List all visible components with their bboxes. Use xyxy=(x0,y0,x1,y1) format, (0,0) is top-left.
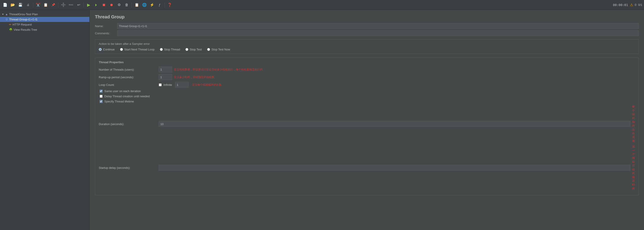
radio-group: Continue Start Next Thread Loop Stop Thr… xyxy=(99,48,635,51)
sep3 xyxy=(84,2,84,8)
radio-stop-thread-input[interactable] xyxy=(160,48,163,51)
delay-thread-label[interactable]: Delay Thread creation until needed xyxy=(104,95,150,98)
error-count: 0 xyxy=(635,3,636,7)
radio-continue-label: Continue xyxy=(103,48,115,51)
http-request-label: HTTP Request xyxy=(12,23,32,26)
same-user-label[interactable]: Same user on each iteration xyxy=(104,89,141,93)
radio-stop-test-label: Stop Test xyxy=(190,48,202,51)
clear-button[interactable]: 🗑 xyxy=(124,2,130,8)
loop-count-input[interactable] xyxy=(175,82,188,88)
remove-button[interactable]: ➖ xyxy=(68,2,74,8)
open-button[interactable]: 📂 xyxy=(10,2,16,8)
name-label: Name: xyxy=(95,25,117,28)
config-button[interactable]: ⚙ xyxy=(116,2,122,8)
ramp-up-input[interactable] xyxy=(159,74,172,80)
radio-start-next-thread-loop-input[interactable] xyxy=(120,48,123,51)
log-button[interactable]: 📋 xyxy=(134,2,140,8)
sidebar-item-thread-group[interactable]: ⚙ Thread Group-t1-r1-l1 xyxy=(0,17,89,22)
radio-stop-test-now-label: Stop Test Now xyxy=(212,48,230,51)
copy-button[interactable]: 📋 xyxy=(42,2,49,8)
num-threads-label: Number of Threads (users): xyxy=(99,68,157,71)
num-threads-input[interactable] xyxy=(159,67,172,72)
sidebar-item-test-plan[interactable]: ▼ ▲ ThreadGrou-Test Plan xyxy=(0,12,89,17)
http-request-icon: ✏ xyxy=(9,23,12,26)
cut-button[interactable]: ✂️ xyxy=(35,2,42,8)
settings-button[interactable]: ⚡ xyxy=(149,2,156,8)
new-button[interactable]: 📄 xyxy=(2,2,8,8)
save-button[interactable]: 💾 xyxy=(17,2,24,8)
main-layout: ▼ ▲ ThreadGrou-Test Plan ⚙ Thread Group-… xyxy=(0,10,644,230)
num-threads-comment: 定义线程数量，即该测试计划会启动多少线程执行，每个线程是独立执行的 xyxy=(174,68,635,72)
view-results-tree-icon: 🌳 xyxy=(9,28,12,31)
duration-label: Duration (seconds): xyxy=(99,122,157,126)
startup-delay-comment: 第一个线程启动的延迟时间 xyxy=(632,145,635,190)
loop-count-label: Loop Count: xyxy=(99,83,157,87)
action-on-error-section: Action to be taken after a Sampler error… xyxy=(95,39,639,54)
radio-stop-thread[interactable]: Stop Thread xyxy=(160,48,180,51)
duration-row: Duration (seconds): 整个线程组的生命周期 xyxy=(99,105,635,143)
view-results-tree-label: View Results Tree xyxy=(14,28,37,31)
add-button[interactable]: ➕ xyxy=(60,2,67,8)
delay-thread-row: Delay Thread creation until needed xyxy=(99,95,635,98)
paste-button[interactable]: 📌 xyxy=(50,2,57,8)
tree-root: ▼ ▲ ThreadGrou-Test Plan ⚙ Thread Group-… xyxy=(0,10,89,34)
comments-row: Comments: xyxy=(95,30,639,36)
stop-button[interactable]: ⏹ xyxy=(100,2,107,8)
sep1 xyxy=(33,2,33,8)
remote-button[interactable]: 🌐 xyxy=(141,2,148,8)
radio-stop-test-input[interactable] xyxy=(186,48,188,51)
same-user-row: Same user on each iteration xyxy=(99,89,635,93)
loop-count-infinite-label[interactable]: Infinite xyxy=(164,83,172,87)
panel-title: Thread Group xyxy=(95,14,639,20)
warning-icon: ⚠ xyxy=(630,3,633,7)
function-button[interactable]: ƒ xyxy=(156,2,163,8)
startup-delay-row: Startup delay (seconds): 第一个线程启动的延迟时间 xyxy=(99,145,635,190)
radio-start-next-thread-loop[interactable]: Start Next Thread Loop xyxy=(120,48,154,51)
sidebar: ▼ ▲ ThreadGrou-Test Plan ⚙ Thread Group-… xyxy=(0,10,90,230)
ramp-up-comment: 定义多少秒内，启动指定的线程数 xyxy=(174,75,635,79)
thread-group-label: Thread Group-t1-r1-l1 xyxy=(9,18,38,21)
specify-lifetime-checkbox[interactable] xyxy=(100,100,102,103)
radio-continue[interactable]: Continue xyxy=(99,48,115,51)
thread-count: 0/1 xyxy=(638,3,642,7)
radio-stop-test[interactable]: Stop Test xyxy=(186,48,202,51)
ramp-up-row: Ramp-up period (seconds): 定义多少秒内，启动指定的线程… xyxy=(99,74,635,80)
sidebar-item-http-request[interactable]: ✏ HTTP Request xyxy=(0,22,89,27)
comments-label: Comments: xyxy=(95,32,117,35)
delay-thread-checkbox[interactable] xyxy=(100,95,102,98)
timer-display: 00:00:01 xyxy=(613,3,628,7)
thread-props-title: Thread Properties xyxy=(99,61,635,64)
stop-now-button[interactable]: ⏺ xyxy=(108,2,115,8)
duration-input[interactable] xyxy=(159,121,630,127)
save-all-button[interactable]: 🖨 xyxy=(25,2,31,8)
loop-count-row: Loop Count: Infinite 定义每个线程循环的次数 xyxy=(99,82,635,88)
toolbar-time-area: 00:00:01 ⚠ 0 0/1 xyxy=(613,3,642,7)
name-input[interactable] xyxy=(117,23,639,29)
help-button[interactable]: ❓ xyxy=(166,2,173,8)
run-button[interactable]: ▶ xyxy=(85,2,92,8)
name-comments-form: Name: Comments: xyxy=(95,23,639,36)
radio-stop-test-now-input[interactable] xyxy=(207,48,210,51)
specify-lifetime-row: Specify Thread lifetime xyxy=(99,100,635,103)
name-row: Name: xyxy=(95,23,639,29)
content-area: Thread Group Name: Comments: Action to b… xyxy=(90,10,644,230)
test-plan-icon: ▲ xyxy=(5,13,8,16)
loop-count-infinite-checkbox[interactable] xyxy=(159,83,162,86)
startup-delay-label: Startup delay (seconds): xyxy=(99,166,157,169)
loop-count-comment: 定义每个线程循环的次数 xyxy=(192,83,635,87)
run-no-pause-button[interactable]: ⏵ xyxy=(93,2,100,8)
action-section-title: Action to be taken after a Sampler error xyxy=(99,42,635,46)
same-user-checkbox[interactable] xyxy=(100,90,102,93)
specify-lifetime-label[interactable]: Specify Thread lifetime xyxy=(104,100,134,103)
comments-input[interactable] xyxy=(117,30,639,36)
radio-stop-thread-label: Stop Thread xyxy=(164,48,180,51)
radio-continue-input[interactable] xyxy=(99,48,102,51)
num-threads-row: Number of Threads (users): 定义线程数量，即该测试计划… xyxy=(99,67,635,72)
radio-start-next-thread-loop-label: Start Next Thread Loop xyxy=(124,48,154,51)
startup-delay-input[interactable] xyxy=(159,165,630,171)
undo-button[interactable]: ↩ xyxy=(75,2,82,8)
sep2 xyxy=(58,2,58,8)
sidebar-item-view-results-tree[interactable]: 🌳 View Results Tree xyxy=(0,27,89,32)
toolbar: 📄 📂 💾 🖨 ✂️ 📋 📌 ➕ ➖ ↩ ▶ ⏵ ⏹ ⏺ ⚙ 🗑 📋 🌐 ⚡ ƒ… xyxy=(0,0,644,10)
radio-stop-test-now[interactable]: Stop Test Now xyxy=(207,48,230,51)
